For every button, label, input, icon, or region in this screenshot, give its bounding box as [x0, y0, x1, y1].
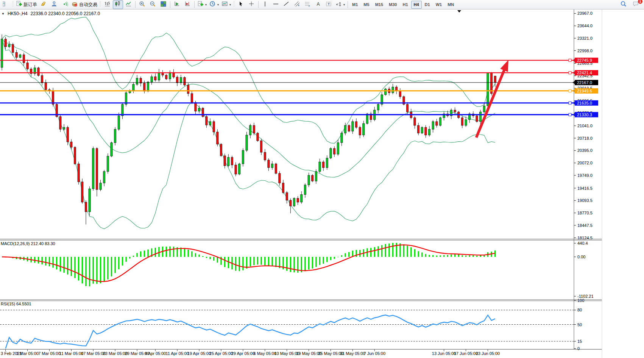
candle [169, 72, 171, 79]
auto-scroll-button[interactable] [172, 0, 182, 9]
timeframe-m15-button[interactable]: M15 [373, 1, 386, 9]
candle [92, 149, 94, 189]
price-axis-tick: 21041.0 [577, 124, 593, 128]
toolbar-button-label: 新订单 [23, 2, 37, 8]
auto-trading-button[interactable]: 自动交易 [70, 0, 98, 9]
rsi-pane [0, 310, 574, 349]
candle [326, 158, 328, 167]
candle [195, 102, 196, 111]
auto-scroll-icon [174, 1, 180, 9]
candle [352, 122, 354, 131]
timeframe-h4-button[interactable]: H4 [411, 1, 422, 9]
vertical-line-tool-button[interactable] [260, 0, 270, 9]
templates-button[interactable]: ▾ [220, 0, 232, 9]
time-axis-label: 13 May 05:00 [274, 351, 299, 356]
timeframe-m1-button[interactable]: M1 [349, 1, 360, 9]
time-axis-label: 7 Mar 05:00 [38, 351, 61, 356]
candle [319, 162, 321, 171]
candle [209, 122, 211, 125]
chart-shift-button[interactable] [182, 0, 193, 9]
symbol-dropdown-icon[interactable]: ▼ [2, 12, 5, 16]
indicators-button[interactable]: ▾ [196, 0, 208, 9]
candle [8, 44, 10, 47]
expert-icon [51, 1, 58, 9]
candle [96, 149, 98, 189]
candle [198, 108, 200, 111]
candle [103, 172, 105, 183]
candle [239, 164, 240, 174]
chevron-down-icon[interactable]: ▾ [217, 3, 219, 6]
candle [334, 149, 335, 154]
candle [257, 133, 259, 141]
candle [231, 157, 233, 165]
notifications-button[interactable]: 1 [631, 0, 641, 9]
clipped-icon[interactable] [1, 0, 11, 9]
candle [396, 87, 398, 91]
arrows-tool-button[interactable]: ▾ [334, 0, 346, 9]
candle [377, 104, 379, 110]
candle [337, 143, 339, 154]
chevron-down-icon[interactable]: ▾ [343, 3, 345, 6]
line-chart-button[interactable] [123, 0, 134, 9]
equidistant-channel-tool-button[interactable]: E [292, 0, 302, 9]
candle [428, 129, 430, 135]
price-axis-tick: 22998.0 [577, 48, 593, 53]
signals-button[interactable] [60, 0, 70, 9]
fibo-icon: F [304, 1, 311, 9]
candle [187, 85, 189, 94]
bar-chart-button[interactable] [102, 0, 112, 9]
shapes-icon [335, 1, 342, 9]
trendline-tool-button[interactable] [281, 0, 292, 9]
cursor-tool-button[interactable] [236, 0, 246, 9]
timeframe-mn-button[interactable]: MN [445, 1, 457, 9]
crosshair-tool-button[interactable] [246, 0, 257, 9]
search-button[interactable] [618, 0, 628, 9]
text-tool-button[interactable]: A [313, 0, 323, 9]
candle [366, 114, 368, 124]
zoom-in-button[interactable] [137, 0, 147, 9]
rsi-line [6, 315, 495, 349]
candle [483, 106, 485, 112]
svg-text:E: E [298, 4, 299, 6]
chart-canvas[interactable]: 440.40.00-1102.21100805015023967.023644.… [0, 9, 644, 358]
toolbar-separator [100, 1, 101, 8]
candle [23, 55, 25, 63]
market-watch-button[interactable] [39, 0, 49, 9]
chevron-down-icon[interactable]: ▾ [205, 3, 207, 6]
candle [217, 132, 218, 144]
timeframe-h1-button[interactable]: H1 [400, 1, 410, 9]
timeframe-d1-button[interactable]: D1 [422, 1, 433, 9]
candle [147, 82, 149, 91]
price-tag-value: 22167.0 [577, 80, 592, 85]
candle [111, 143, 112, 156]
expert-advisor-button[interactable] [49, 0, 59, 9]
chevron-down-icon[interactable]: ▾ [229, 3, 231, 6]
price-axis-tick: 18124.5 [577, 236, 593, 240]
candle [385, 89, 387, 95]
timeframe-m5-button[interactable]: M5 [361, 1, 372, 9]
timeframe-w1-button[interactable]: W1 [433, 1, 445, 9]
candle [304, 185, 306, 194]
fibonacci-tool-button[interactable]: F [303, 0, 313, 9]
text-label-tool-button[interactable]: T [324, 0, 334, 9]
timeframe-m30-button[interactable]: M30 [386, 1, 399, 9]
svg-text:A: A [317, 1, 320, 6]
chart-area[interactable]: 440.40.00-1102.21100805015023967.023644.… [0, 9, 644, 358]
candle [345, 125, 346, 133]
candle [27, 63, 28, 69]
price-axis-tick: 23321.0 [577, 36, 593, 41]
horizontal-line-tool-button[interactable] [271, 0, 281, 9]
candle [341, 133, 343, 142]
tile-windows-button[interactable] [158, 0, 168, 9]
periods-button[interactable]: ▾ [208, 0, 220, 9]
candle [290, 200, 292, 206]
price-axis-tick: 19416.5 [577, 186, 593, 191]
candlestick-chart-button[interactable] [113, 0, 123, 9]
candle [407, 104, 409, 112]
candle [133, 84, 134, 91]
toolbar-separator [135, 1, 136, 8]
new-order-button[interactable]: 新订单 [15, 0, 38, 9]
zoom-out-button[interactable] [148, 0, 158, 9]
time-axis-label: 1 Mar 05:00 [16, 351, 39, 356]
candle [213, 122, 215, 132]
